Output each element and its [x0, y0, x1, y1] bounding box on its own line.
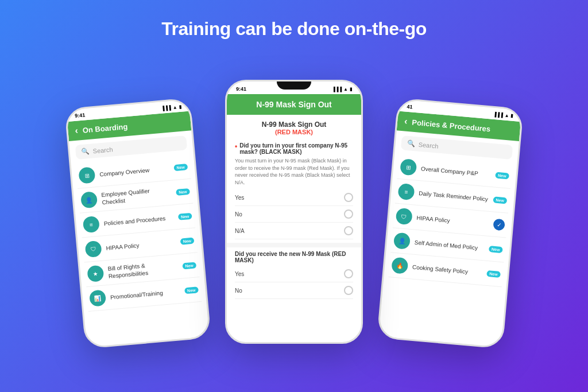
- wifi-icon: ▲: [343, 87, 348, 92]
- center-doc-title: N-99 Mask Sign Out: [235, 121, 353, 129]
- badge-new-r1: New: [495, 172, 509, 179]
- item-label-3: Policies and Procedures: [103, 214, 173, 227]
- radio-no-1[interactable]: No: [235, 206, 353, 223]
- item-label-r3: HIPAA Policy: [416, 214, 489, 227]
- required-dot: •: [235, 142, 237, 150]
- phone-right-back-icon[interactable]: ‹: [404, 116, 408, 126]
- question-1-section: • Did you turn in your first company N-9…: [227, 139, 361, 243]
- item-label-r5: Cooking Safety Policy: [412, 263, 482, 277]
- battery-icon: ▮: [510, 113, 513, 118]
- badge-new-5: New: [182, 262, 196, 269]
- item-icon-r2: ≡: [397, 183, 415, 200]
- phone-center-status-icons: ▐▐▐ ▲ ▮: [332, 87, 352, 92]
- item-icon-2: 👤: [80, 191, 98, 208]
- radio-circle-na-1[interactable]: [344, 226, 353, 235]
- signal-icon: ▐▐▐: [161, 105, 171, 111]
- item-label-r1: Overall Company P&P: [421, 165, 491, 178]
- item-icon-1: ⊞: [78, 166, 95, 184]
- item-label-2: Employee Qualifier Checklist: [101, 185, 172, 206]
- item-icon-r4: 👤: [393, 232, 411, 250]
- badge-new-1: New: [173, 164, 188, 171]
- phone-right-status-icons: ▐▐▐ ▲ ▮: [493, 111, 514, 118]
- radio-yes-1[interactable]: Yes: [235, 189, 353, 206]
- phone-center-notch: 9:41 ▐▐▐ ▲ ▮: [227, 81, 361, 94]
- item-icon-r5: 🔥: [391, 257, 408, 274]
- radio-circle-yes-2[interactable]: [344, 269, 353, 278]
- phone-left-header-title: On Boarding: [82, 122, 128, 134]
- item-label-r4: Self Admin of Med Policy: [414, 238, 484, 252]
- phone-center-time: 9:41: [236, 86, 246, 92]
- item-icon-5: ★: [87, 265, 104, 282]
- radio-yes-2[interactable]: Yes: [235, 266, 353, 282]
- badge-new-r2: New: [493, 196, 507, 204]
- badge-new-4: New: [180, 237, 194, 244]
- radio-circle-yes-1[interactable]: [344, 193, 353, 202]
- radio-no-2[interactable]: No: [235, 282, 353, 299]
- badge-new-r4: New: [489, 246, 503, 253]
- phone-center-header-title: N-99 Mask Sign Out: [256, 100, 331, 109]
- phone-right-time: 41: [407, 104, 413, 110]
- search-placeholder: Search: [92, 146, 113, 154]
- phone-left: 9:41 ▐▐▐ ▲ ▮ ‹ On Boarding 🔍 Search ⊞ Co…: [64, 98, 211, 349]
- phones-container: 9:41 ▐▐▐ ▲ ▮ ‹ On Boarding 🔍 Search ⊞ Co…: [0, 57, 588, 344]
- wifi-icon: ▲: [172, 104, 177, 110]
- signal-icon: ▐▐▐: [332, 87, 342, 92]
- signal-icon: ▐▐▐: [493, 111, 504, 117]
- phone-right-header-title: Policies & Procedures: [412, 118, 491, 133]
- battery-icon: ▮: [179, 104, 181, 109]
- item-label-6: Promotional/Training: [110, 288, 180, 301]
- item-label-4: HIPAA Policy: [106, 238, 176, 252]
- phone-left-status-icons: ▐▐▐ ▲ ▮: [161, 104, 181, 111]
- badge-new-r5: New: [486, 270, 501, 277]
- phone-center-header: N-99 Mask Sign Out: [227, 94, 361, 115]
- item-icon-3: ≡: [83, 216, 100, 233]
- search-icon: 🔍: [407, 139, 415, 148]
- battery-icon: ▮: [350, 87, 352, 92]
- badge-new-3: New: [177, 212, 192, 220]
- section-divider: [227, 243, 361, 247]
- item-icon-r1: ⊞: [400, 158, 417, 176]
- center-doc-subtitle: (RED MASK): [235, 129, 353, 135]
- search-placeholder-right: Search: [418, 141, 439, 149]
- phone-center: 9:41 ▐▐▐ ▲ ▮ N-99 Mask Sign Out N-99 Mas…: [225, 80, 363, 344]
- search-icon: 🔍: [81, 148, 90, 156]
- badge-check-r3: ✓: [493, 219, 505, 231]
- phone-right: 41 ▐▐▐ ▲ ▮ ‹ Policies & Procedures 🔍 Sea…: [377, 98, 524, 349]
- radio-circle-no-1[interactable]: [344, 209, 353, 219]
- item-label-5: Bill of Rights & Responsibilities: [107, 259, 178, 280]
- item-icon-4: 🛡: [84, 240, 102, 258]
- badge-new-6: New: [184, 286, 199, 294]
- item-label-r2: Daily Task Reminder Policy: [419, 189, 489, 203]
- item-label-1: Company Overview: [99, 164, 169, 178]
- radio-circle-no-2[interactable]: [344, 286, 353, 295]
- item-icon-r3: 🛡: [396, 208, 413, 225]
- phone-left-back-icon[interactable]: ‹: [75, 125, 79, 135]
- notch-bump: [277, 81, 311, 90]
- question-1-desc: You must turn in your N-95 mask (Black M…: [235, 157, 353, 186]
- center-doc-title-area: N-99 Mask Sign Out (RED MASK): [227, 115, 361, 139]
- wifi-icon: ▲: [504, 112, 509, 118]
- question-2-section: Did you receive the new N-99 Mask (RED M…: [227, 247, 361, 302]
- radio-na-1[interactable]: N/A: [235, 223, 353, 239]
- page-headline: Training can be done on-the-go: [161, 18, 426, 40]
- badge-new-2: New: [176, 188, 190, 195]
- question-2-label: Did you receive the new N-99 Mask (RED M…: [235, 251, 353, 263]
- item-icon-6: 📊: [89, 289, 106, 306]
- phone-right-list: ⊞ Overall Company P&P New ≡ Daily Task R…: [378, 154, 517, 347]
- phone-left-time: 9:41: [75, 112, 86, 119]
- phone-left-list: ⊞ Company Overview New 👤 Employee Qualif…: [71, 154, 210, 347]
- question-1-label: • Did you turn in your first company N-9…: [235, 142, 353, 155]
